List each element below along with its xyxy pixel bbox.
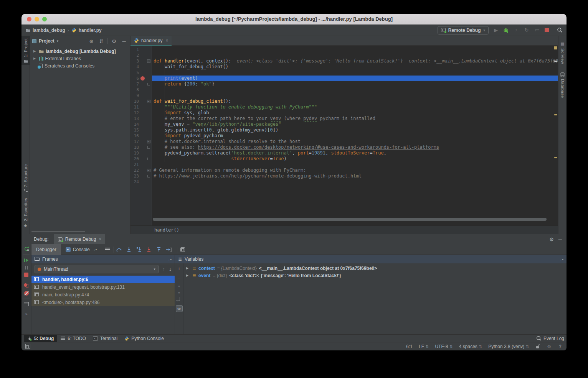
project-tree-item[interactable]: ▶lambda_debug [Lambda Debug] [30, 48, 130, 55]
variable-row[interactable]: ▶≣event= {dict}<class 'dict'>: {'message… [183, 272, 567, 279]
variable-row[interactable]: ▶≣context= {LambdaContext}<__main__.Lamb… [183, 265, 567, 272]
toolwindow-tab-debug[interactable]: 5: Debug [24, 335, 57, 342]
pause-button[interactable] [25, 266, 28, 270]
gear-icon[interactable]: ⚙ [549, 237, 554, 242]
fold-end-icon[interactable] [147, 83, 150, 85]
minimize-window-button[interactable] [35, 17, 39, 21]
zoom-window-button[interactable] [42, 17, 47, 21]
toolwindow-tab-favorites[interactable]: 2: Favorites ★ [23, 196, 28, 231]
code-line[interactable]: 14 my_venv = "venv/lib/python*/site-pack… [130, 122, 558, 127]
toolwindow-tab-terminal[interactable]: >_ Terminal [89, 335, 121, 342]
close-tab-icon[interactable]: × [165, 38, 168, 43]
project-hscrollbar[interactable] [31, 231, 129, 233]
interpreter-selector[interactable]: Python 3.8 (venv)⇅ [488, 344, 529, 349]
fold-slot[interactable]: − [146, 100, 151, 103]
line-separator-selector[interactable]: LF⇅ [419, 344, 429, 349]
editor-tab-handler[interactable]: handler.py × [130, 36, 172, 46]
code-line[interactable]: 24 [130, 179, 558, 185]
code-line[interactable]: 9 [130, 93, 558, 99]
duplicate-watch-button[interactable] [177, 298, 181, 302]
hide-panel-button[interactable]: ─ [120, 38, 128, 44]
fold-slot[interactable]: − [146, 59, 151, 63]
add-watch-button[interactable]: + [177, 266, 180, 272]
resume-button[interactable] [24, 258, 29, 263]
code-line[interactable]: 15 sys.path.insert(0, glob.glob(my_venv)… [130, 127, 558, 133]
code-line[interactable]: 2 [130, 53, 558, 58]
panel-pin-icon[interactable]: →▪ [558, 257, 563, 261]
breadcrumb-file[interactable]: handler.py [79, 28, 102, 33]
fold-slot[interactable]: − [146, 169, 151, 172]
rerun-button[interactable] [24, 246, 29, 251]
thread-selector[interactable]: MainThread ▾ [35, 265, 159, 273]
code-line[interactable]: 11 """Utility function to enable debuggi… [130, 104, 558, 110]
run-to-cursor-button[interactable] [164, 247, 174, 252]
code-line[interactable]: 4 wait_for_debug_client() [130, 64, 558, 70]
fold-slot[interactable]: − [146, 140, 151, 143]
code-line[interactable]: 8 [130, 87, 558, 93]
toolwindow-tab-sciview[interactable]: ▦ SciView [560, 39, 565, 66]
next-frame-button[interactable]: ↓ [169, 266, 172, 272]
chevron-down-icon[interactable]: ▾ [57, 39, 59, 43]
expand-arrow-icon[interactable]: ▶ [186, 266, 190, 270]
run-configurations-button[interactable]: ≔ [534, 27, 541, 33]
move-watch-down-button[interactable]: ▼ [177, 291, 181, 295]
question-badge-icon[interactable]: ? [558, 344, 563, 349]
expand-arrow-icon[interactable]: ▶ [186, 274, 190, 277]
close-window-button[interactable] [27, 17, 31, 21]
coverage-button[interactable]: ↻ [523, 27, 530, 33]
fold-end-icon[interactable] [147, 175, 150, 177]
locate-file-button[interactable]: ⊕ [88, 38, 95, 44]
hector-inspections-icon[interactable]: ☺ [547, 343, 552, 349]
event-log-button[interactable]: Event Log [536, 336, 564, 341]
editor-hscrollbar[interactable] [153, 218, 550, 221]
mute-breakpoints-button[interactable] [24, 291, 29, 296]
stack-frame-row[interactable]: main, bootstrap.py:474 [31, 291, 175, 299]
fold-end-icon[interactable] [147, 158, 150, 160]
encoding-selector[interactable]: UTF-8⇅ [435, 344, 453, 349]
code-line[interactable]: 18 # see also: https://docs.docker.com/d… [130, 145, 558, 150]
stack-frame-row[interactable]: <module>, bootstrap.py:486 [31, 299, 175, 306]
error-stripe[interactable] [553, 46, 558, 234]
fold-slot[interactable] [146, 146, 151, 149]
toolwindow-tab-database[interactable]: Database [560, 70, 565, 100]
code-line[interactable]: 1 [130, 47, 558, 53]
write-lock-icon[interactable] [535, 344, 540, 349]
code-editor[interactable]: 123−def handler(event, context): event: … [130, 46, 558, 234]
code-line[interactable]: 12 import sys, glob [130, 110, 558, 116]
code-line[interactable]: 5 [130, 70, 558, 76]
code-line[interactable]: 6 print(event) [130, 76, 558, 81]
remove-watch-button[interactable]: − [177, 275, 180, 281]
step-out-button[interactable] [154, 247, 164, 252]
project-panel-title[interactable]: Project [39, 38, 55, 44]
show-watches-inline-button[interactable]: ∞ [176, 305, 183, 312]
code-line[interactable]: 19 pydevd_pycharm.settrace('host.docker.… [130, 150, 558, 156]
fold-slot[interactable] [146, 83, 151, 85]
code-line[interactable]: 17− # host.docker.internal should resolv… [130, 139, 558, 145]
stack-frame-row[interactable]: handle_event_request, bootstrap.py:131 [31, 283, 175, 291]
view-breakpoints-button[interactable] [24, 283, 29, 288]
more-actions-button[interactable]: » [25, 312, 27, 316]
gear-icon[interactable]: ⚙ [110, 38, 118, 44]
expand-arrow-icon[interactable]: ▶ [32, 49, 37, 53]
project-tree-item[interactable]: Scratches and Consoles [30, 62, 130, 69]
debug-button[interactable] [503, 27, 509, 33]
code-line[interactable]: 22−# General information on remote debug… [130, 168, 558, 173]
close-session-icon[interactable]: × [99, 237, 101, 242]
indent-selector[interactable]: 4 spaces⇅ [459, 344, 482, 349]
fold-collapse-icon[interactable]: − [147, 59, 150, 63]
step-over-button[interactable] [114, 247, 124, 252]
code-line[interactable]: 3−def handler(event, context): event: <c… [130, 58, 558, 64]
search-everywhere-icon[interactable] [557, 27, 563, 33]
panel-pin-icon[interactable]: →▪ [166, 257, 172, 261]
code-line[interactable]: 21 [130, 162, 558, 168]
toolwindow-tab-python-console[interactable]: Python Console [121, 335, 167, 342]
step-into-my-code-button[interactable] [144, 247, 154, 252]
fold-collapse-icon[interactable]: − [147, 140, 150, 143]
profiler-button[interactable]: ◔ [512, 27, 519, 33]
toolwindow-tab-project[interactable]: 1: Project [21, 36, 30, 65]
project-tree-item[interactable]: ▶External Libraries [30, 55, 130, 62]
collapse-all-button[interactable]: ⇵ [97, 38, 105, 44]
editor-breadcrumbs[interactable]: handler() [130, 225, 558, 234]
fold-end-icon[interactable] [147, 146, 150, 149]
restore-layout-button[interactable] [24, 302, 29, 306]
